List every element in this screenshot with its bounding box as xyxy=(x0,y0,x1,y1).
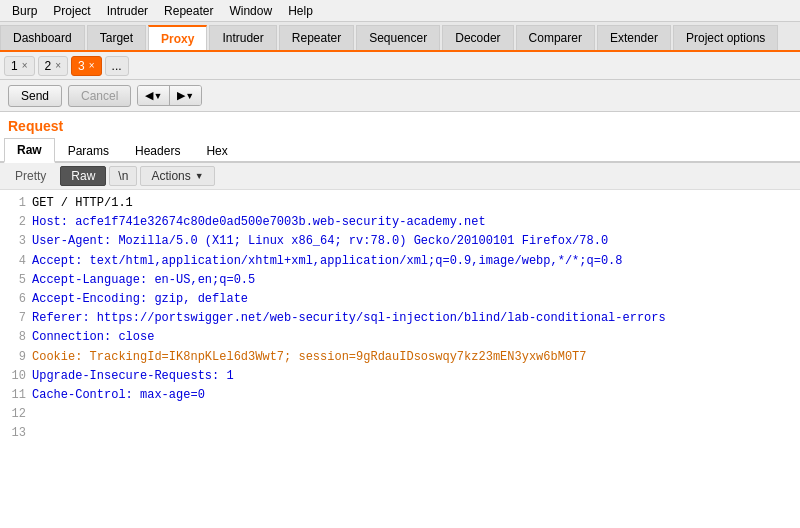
dropdown-chevron-icon: ▼ xyxy=(195,171,204,181)
num-tab-more[interactable]: ... xyxy=(105,56,129,76)
dropdown-arrow-icon: ▼ xyxy=(153,91,162,101)
nav-back-button[interactable]: ◀ ▼ xyxy=(138,86,170,105)
menu-window[interactable]: Window xyxy=(221,2,280,20)
main-content: Request Raw Params Headers Hex Pretty Ra… xyxy=(0,112,800,528)
num-tab-2[interactable]: 2 × xyxy=(38,56,69,76)
chevron-left-icon: ◀ xyxy=(145,89,153,102)
code-line-2: 2 Host: acfe1f741e32674c80de0ad500e7003b… xyxy=(8,213,792,232)
code-line-1: 1 GET / HTTP/1.1 xyxy=(8,194,792,213)
tab-project-options[interactable]: Project options xyxy=(673,25,778,50)
code-line-10: 10 Upgrade-Insecure-Requests: 1 xyxy=(8,367,792,386)
num-tab-3[interactable]: 3 × xyxy=(71,56,102,76)
view-tab-newline[interactable]: \n xyxy=(109,166,137,186)
menu-burp[interactable]: Burp xyxy=(4,2,45,20)
close-tab-3-icon[interactable]: × xyxy=(89,60,95,71)
tab-intruder[interactable]: Intruder xyxy=(209,25,276,50)
request-title: Request xyxy=(0,112,800,138)
code-line-5: 5 Accept-Language: en-US,en;q=0.5 xyxy=(8,271,792,290)
code-line-8: 8 Connection: close xyxy=(8,328,792,347)
menu-repeater[interactable]: Repeater xyxy=(156,2,221,20)
sub-tab-headers[interactable]: Headers xyxy=(122,139,193,162)
dropdown-arrow-icon2: ▼ xyxy=(185,91,194,101)
code-line-6: 6 Accept-Encoding: gzip, deflate xyxy=(8,290,792,309)
chevron-right-icon: ▶ xyxy=(177,89,185,102)
tab-decoder[interactable]: Decoder xyxy=(442,25,513,50)
menu-bar: Burp Project Intruder Repeater Window He… xyxy=(0,0,800,22)
actions-button[interactable]: Actions ▼ xyxy=(140,166,214,186)
view-tab-pretty[interactable]: Pretty xyxy=(4,166,57,186)
num-tab-1[interactable]: 1 × xyxy=(4,56,35,76)
code-line-11: 11 Cache-Control: max-age=0 xyxy=(8,386,792,405)
cancel-button[interactable]: Cancel xyxy=(68,85,131,107)
sub-tab-raw[interactable]: Raw xyxy=(4,138,55,163)
sub-tab-bar: Raw Params Headers Hex xyxy=(0,138,800,163)
view-tab-bar: Pretty Raw \n Actions ▼ xyxy=(0,163,800,190)
code-line-13: 13 xyxy=(8,424,792,443)
nav-group: ◀ ▼ ▶ ▼ xyxy=(137,85,202,106)
toolbar: Send Cancel ◀ ▼ ▶ ▼ xyxy=(0,80,800,112)
sub-tab-hex[interactable]: Hex xyxy=(193,139,240,162)
tab-dashboard[interactable]: Dashboard xyxy=(0,25,85,50)
code-area[interactable]: 1 GET / HTTP/1.1 2 Host: acfe1f741e32674… xyxy=(0,190,800,528)
menu-help[interactable]: Help xyxy=(280,2,321,20)
view-tab-raw[interactable]: Raw xyxy=(60,166,106,186)
tab-comparer[interactable]: Comparer xyxy=(516,25,595,50)
code-line-7: 7 Referer: https://portswigger.net/web-s… xyxy=(8,309,792,328)
tab-extender[interactable]: Extender xyxy=(597,25,671,50)
num-tab-bar: 1 × 2 × 3 × ... xyxy=(0,52,800,80)
code-line-3: 3 User-Agent: Mozilla/5.0 (X11; Linux x8… xyxy=(8,232,792,251)
menu-intruder[interactable]: Intruder xyxy=(99,2,156,20)
tab-sequencer[interactable]: Sequencer xyxy=(356,25,440,50)
menu-project[interactable]: Project xyxy=(45,2,98,20)
close-tab-2-icon[interactable]: × xyxy=(55,60,61,71)
main-tab-bar: Dashboard Target Proxy Intruder Repeater… xyxy=(0,22,800,52)
code-line-12: 12 xyxy=(8,405,792,424)
tab-proxy[interactable]: Proxy xyxy=(148,25,207,50)
send-button[interactable]: Send xyxy=(8,85,62,107)
nav-forward-button[interactable]: ▶ ▼ xyxy=(170,86,201,105)
close-tab-1-icon[interactable]: × xyxy=(22,60,28,71)
tab-target[interactable]: Target xyxy=(87,25,146,50)
request-section: Request Raw Params Headers Hex Pretty Ra… xyxy=(0,112,800,528)
sub-tab-params[interactable]: Params xyxy=(55,139,122,162)
tab-repeater[interactable]: Repeater xyxy=(279,25,354,50)
code-line-4: 4 Accept: text/html,application/xhtml+xm… xyxy=(8,252,792,271)
code-line-9: 9 Cookie: TrackingId=IK8npKLel6d3Wwt7; s… xyxy=(8,348,792,367)
